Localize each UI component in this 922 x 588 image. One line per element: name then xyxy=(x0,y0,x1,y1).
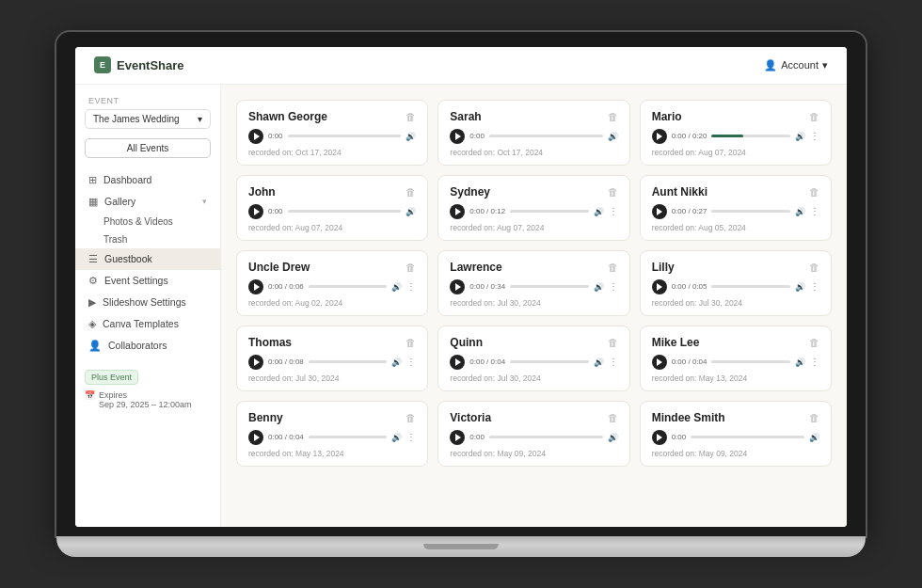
progress-bar[interactable] xyxy=(711,210,790,213)
progress-bar[interactable] xyxy=(510,210,589,213)
more-options-icon[interactable]: ⋮ xyxy=(609,206,618,216)
progress-bar[interactable] xyxy=(288,135,402,137)
more-options-icon[interactable]: ⋮ xyxy=(810,281,819,292)
delete-icon[interactable]: 🗑 xyxy=(809,186,819,198)
delete-icon[interactable]: 🗑 xyxy=(608,111,618,122)
volume-icon[interactable]: 🔊 xyxy=(594,207,604,216)
play-button[interactable] xyxy=(248,129,263,144)
card-name: Mindee Smith xyxy=(652,411,725,424)
volume-icon[interactable]: 🔊 xyxy=(795,282,805,292)
volume-icon[interactable]: 🔊 xyxy=(405,207,416,216)
play-button[interactable] xyxy=(248,430,263,445)
sidebar-item-collaborators[interactable]: 👤 Collaborators xyxy=(75,335,220,357)
play-button[interactable] xyxy=(248,279,263,294)
play-button[interactable] xyxy=(652,430,667,445)
delete-icon[interactable]: 🗑 xyxy=(405,337,416,348)
delete-icon[interactable]: 🗑 xyxy=(809,111,819,122)
all-events-button[interactable]: All Events xyxy=(85,138,211,158)
audio-player: 0:00 / 0:06 🔊 ⋮ xyxy=(248,279,416,294)
volume-icon[interactable]: 🔊 xyxy=(594,358,604,367)
card-date: recorded on: Jul 30, 2024 xyxy=(450,298,617,308)
delete-icon[interactable]: 🗑 xyxy=(608,262,618,273)
guest-card: Quinn 🗑 0:00 / 0:04 🔊 ⋮ recorded on: Jul… xyxy=(437,326,629,391)
sidebar-item-label: Canva Templates xyxy=(103,318,179,329)
more-options-icon[interactable]: ⋮ xyxy=(406,281,416,292)
progress-bar[interactable] xyxy=(711,360,790,363)
more-options-icon[interactable]: ⋮ xyxy=(406,432,416,442)
volume-icon[interactable]: 🔊 xyxy=(809,433,819,442)
account-icon: 👤 xyxy=(764,59,777,72)
time-label: 0:00 / 0:12 xyxy=(469,207,505,215)
account-button[interactable]: 👤 Account ▾ xyxy=(764,59,828,72)
more-options-icon[interactable]: ⋮ xyxy=(609,357,618,367)
delete-icon[interactable]: 🗑 xyxy=(809,262,819,273)
delete-icon[interactable]: 🗑 xyxy=(405,186,416,198)
sidebar-item-trash[interactable]: Trash xyxy=(75,230,220,248)
play-button[interactable] xyxy=(450,279,465,294)
play-button[interactable] xyxy=(652,279,667,294)
card-header: Sydney 🗑 xyxy=(450,185,617,199)
delete-icon[interactable]: 🗑 xyxy=(405,111,416,122)
volume-icon[interactable]: 🔊 xyxy=(795,358,805,367)
play-button[interactable] xyxy=(450,129,465,144)
progress-bar[interactable] xyxy=(489,135,603,137)
delete-icon[interactable]: 🗑 xyxy=(608,412,618,423)
play-icon xyxy=(455,283,461,291)
card-header: Quinn 🗑 xyxy=(450,336,617,349)
card-date: recorded on: Aug 07, 2024 xyxy=(652,148,819,157)
delete-icon[interactable]: 🗑 xyxy=(608,186,618,198)
sidebar-item-canva-templates[interactable]: ◈ Canva Templates xyxy=(75,313,220,335)
volume-icon[interactable]: 🔊 xyxy=(391,282,402,292)
play-button[interactable] xyxy=(450,355,465,370)
volume-icon[interactable]: 🔊 xyxy=(795,132,805,141)
progress-bar[interactable] xyxy=(309,436,388,438)
progress-bar[interactable] xyxy=(510,360,589,363)
volume-icon[interactable]: 🔊 xyxy=(405,132,416,141)
progress-bar[interactable] xyxy=(691,436,804,438)
sidebar-item-slideshow-settings[interactable]: ▶ Slideshow Settings xyxy=(75,292,220,313)
progress-bar[interactable] xyxy=(711,285,790,288)
progress-bar[interactable] xyxy=(510,285,589,288)
volume-icon[interactable]: 🔊 xyxy=(391,358,402,367)
card-date: recorded on: May 13, 2024 xyxy=(248,449,416,458)
more-options-icon[interactable]: ⋮ xyxy=(810,206,819,216)
play-button[interactable] xyxy=(248,204,263,219)
play-button[interactable] xyxy=(450,430,465,445)
guest-card: Mindee Smith 🗑 0:00 🔊 recorded on: May 0… xyxy=(640,401,832,467)
event-dropdown[interactable]: The James Wedding ▾ xyxy=(85,109,211,129)
play-button[interactable] xyxy=(248,355,263,370)
delete-icon[interactable]: 🗑 xyxy=(405,262,416,273)
progress-bar[interactable] xyxy=(309,285,388,288)
sidebar-item-dashboard[interactable]: ⊞ Dashboard xyxy=(75,169,220,191)
volume-icon[interactable]: 🔊 xyxy=(608,433,618,442)
delete-icon[interactable]: 🗑 xyxy=(809,412,819,423)
card-date: recorded on: Oct 17, 2024 xyxy=(248,148,416,157)
progress-bar[interactable] xyxy=(309,360,388,363)
play-button[interactable] xyxy=(652,204,667,219)
more-options-icon[interactable]: ⋮ xyxy=(810,357,819,367)
delete-icon[interactable]: 🗑 xyxy=(809,337,819,348)
sidebar-item-event-settings[interactable]: ⚙ Event Settings xyxy=(75,270,220,292)
time-label: 0:00 / 0:20 xyxy=(672,132,707,140)
play-button[interactable] xyxy=(652,129,667,144)
progress-bar[interactable] xyxy=(288,210,402,213)
logo: E EventShare xyxy=(94,56,184,73)
volume-icon[interactable]: 🔊 xyxy=(795,207,805,216)
time-label: 0:00 / 0:04 xyxy=(268,433,304,441)
sidebar-item-photos-videos[interactable]: Photos & Videos xyxy=(75,213,220,230)
more-options-icon[interactable]: ⋮ xyxy=(406,357,416,367)
volume-icon[interactable]: 🔊 xyxy=(391,433,402,442)
guest-card: Victoria 🗑 0:00 🔊 recorded on: May 09, 2… xyxy=(437,401,629,467)
progress-bar[interactable] xyxy=(711,135,790,137)
play-button[interactable] xyxy=(450,204,465,219)
delete-icon[interactable]: 🗑 xyxy=(608,337,618,348)
play-button[interactable] xyxy=(652,355,667,370)
sidebar-item-gallery[interactable]: ▦ Gallery ▾ xyxy=(75,191,220,213)
sidebar-item-guestbook[interactable]: ☰ Guestbook xyxy=(75,248,220,270)
more-options-icon[interactable]: ⋮ xyxy=(609,281,618,292)
volume-icon[interactable]: 🔊 xyxy=(594,282,604,292)
more-options-icon[interactable]: ⋮ xyxy=(810,131,819,141)
progress-bar[interactable] xyxy=(489,436,603,438)
delete-icon[interactable]: 🗑 xyxy=(405,412,416,423)
volume-icon[interactable]: 🔊 xyxy=(608,132,618,141)
